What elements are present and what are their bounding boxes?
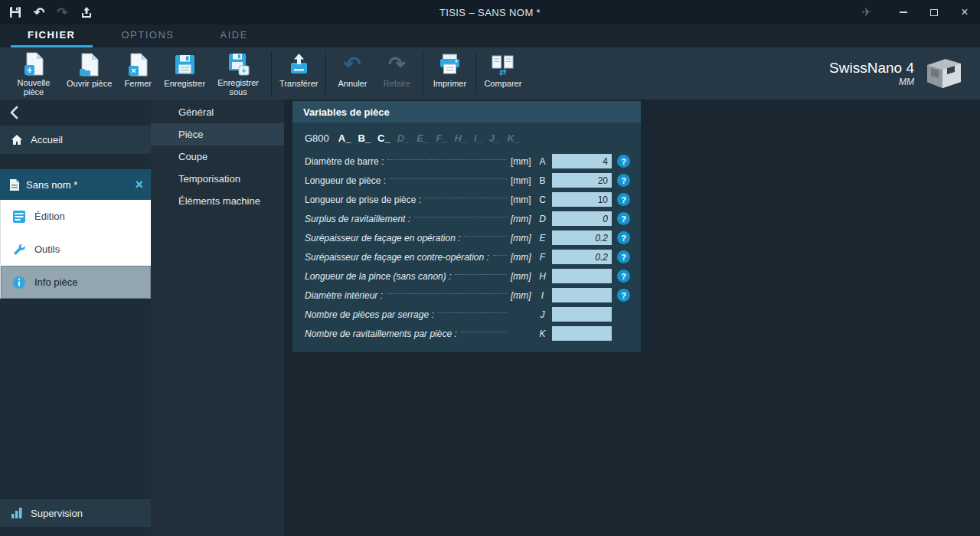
toolbar-transferer-button[interactable]: Transférer xyxy=(276,47,322,100)
comparer-icon: ⇄ xyxy=(491,51,514,77)
help-button-H[interactable]: ? xyxy=(617,270,630,283)
document-icon xyxy=(9,178,20,191)
transferer-icon xyxy=(289,51,309,77)
letter-toggle-B[interactable]: B_ xyxy=(358,132,371,144)
nav-item-elements-machine[interactable]: Éléments machine xyxy=(151,190,284,212)
document-close-icon[interactable]: × xyxy=(135,178,143,191)
dotted-leader xyxy=(464,236,507,237)
sidebar-item-accueil[interactable]: Accueil xyxy=(0,126,151,154)
sidebar-item-outils[interactable]: Outils xyxy=(1,233,151,266)
nav-item-coupe[interactable]: Coupe xyxy=(151,145,284,168)
variable-input-B[interactable] xyxy=(552,173,612,188)
variable-input-F[interactable] xyxy=(552,250,612,264)
variable-input-D[interactable] xyxy=(552,211,612,226)
maximize-button[interactable] xyxy=(919,0,949,25)
toolbar-enregistrer-button[interactable]: Enregistrer xyxy=(160,47,209,100)
airplane-icon: ✈ xyxy=(861,5,871,19)
letter-toggle-J[interactable]: J_ xyxy=(489,132,500,144)
variable-input-K[interactable] xyxy=(552,326,612,341)
letter-toggle-E[interactable]: E_ xyxy=(416,132,429,144)
toolbar-annuler-button[interactable]: ↶Annuler xyxy=(330,47,374,100)
machine-unit: MM xyxy=(899,77,914,87)
toolbar-separator xyxy=(271,52,272,95)
variable-unit: [mm] xyxy=(511,194,535,205)
home-icon xyxy=(11,134,23,145)
tools-icon xyxy=(12,243,26,257)
letter-toggle-I[interactable]: I_ xyxy=(474,132,482,144)
letter-toggle-C[interactable]: C_ xyxy=(377,132,390,144)
variable-input-E[interactable] xyxy=(552,230,612,245)
toolbar-separator xyxy=(475,52,476,95)
document-tab-label: Sans nom * xyxy=(26,179,77,191)
close-button[interactable]: × xyxy=(949,0,980,25)
variable-letter: K xyxy=(537,328,548,339)
document-tab[interactable]: Sans nom * × xyxy=(0,169,151,200)
nav-item-general[interactable]: Général xyxy=(151,101,284,123)
undo-icon[interactable]: ↶ xyxy=(34,6,44,19)
toolbar-enregistrer-sous-button[interactable]: +Enregistrer sous xyxy=(209,47,267,100)
back-button[interactable] xyxy=(0,100,151,126)
variable-input-I[interactable] xyxy=(552,288,612,302)
dotted-leader xyxy=(387,159,507,160)
help-button-E[interactable]: ? xyxy=(617,231,630,244)
ribbon-toolbar: +Nouvelle pièceOuvrir pièce×FermerEnregi… xyxy=(0,47,980,100)
titlebar: ↶ ↷ TISIS – SANS NOM * ✈ × xyxy=(0,0,980,25)
toolbar-comparer-button[interactable]: ⇄Comparer xyxy=(480,47,525,100)
sidebar-item-supervision[interactable]: Supervision xyxy=(0,499,151,527)
help-button-I[interactable]: ? xyxy=(617,289,630,302)
toolbar-refaire-button: ↷Refaire xyxy=(374,47,419,100)
toolbar-ouvrir-piece-button[interactable]: Ouvrir pièce xyxy=(63,47,116,100)
toolbar-nouvelle-piece-button[interactable]: +Nouvelle pièce xyxy=(5,47,63,100)
export-icon[interactable] xyxy=(80,6,93,18)
letter-toggle-A[interactable]: A_ xyxy=(338,132,351,144)
menu-options[interactable]: OPTIONS xyxy=(105,25,191,47)
variable-unit: [mm] xyxy=(511,175,535,186)
toolbar-imprimer-button[interactable]: Imprimer xyxy=(427,47,472,100)
toolbar-button-label: Fermer xyxy=(125,79,152,89)
nouvelle-piece-icon: + xyxy=(24,51,44,77)
refaire-icon: ↷ xyxy=(388,51,406,77)
help-button-C[interactable]: ? xyxy=(617,193,630,206)
minimize-button[interactable] xyxy=(888,0,919,25)
gcode-label: G800 xyxy=(305,132,329,144)
variable-letter: F xyxy=(537,252,548,263)
window-controls: ✈ × xyxy=(812,0,980,25)
menu-aide[interactable]: AIDE xyxy=(204,25,265,47)
letter-toggle-H[interactable]: H_ xyxy=(454,132,467,144)
toolbar-button-label: Nouvelle pièce xyxy=(8,78,59,97)
toolbar-button-label: Transférer xyxy=(279,79,318,89)
help-button-D[interactable]: ? xyxy=(617,212,630,225)
toolbar-separator xyxy=(325,52,326,95)
svg-text:×: × xyxy=(131,66,136,75)
help-button-F[interactable]: ? xyxy=(617,250,630,263)
variable-letter: J xyxy=(537,309,548,320)
dotted-leader xyxy=(455,274,507,275)
variable-label: Longueur de la pince (sans canon) : xyxy=(305,271,451,282)
toolbar-buttons: +Nouvelle pièceOuvrir pièce×FermerEnregi… xyxy=(5,47,525,100)
variable-input-A[interactable] xyxy=(552,154,612,168)
menu-fichier[interactable]: FICHIER xyxy=(11,25,93,47)
help-button-A[interactable]: ? xyxy=(617,155,630,168)
letter-toggle-K[interactable]: K_ xyxy=(507,132,520,144)
nav-item-temporisation[interactable]: Temporisation xyxy=(151,168,284,190)
variable-input-C[interactable] xyxy=(552,192,612,207)
variable-unit: [mm] xyxy=(511,156,535,167)
variable-input-J[interactable] xyxy=(552,307,612,322)
toolbar-fermer-button[interactable]: ×Fermer xyxy=(116,47,160,100)
variable-input-H[interactable] xyxy=(552,269,612,283)
document-panel: ÉditionOutilsInfo pièce xyxy=(0,200,151,299)
variable-label: Nombre de pièces par serrage : xyxy=(305,309,434,320)
toolbar-button-label: Refaire xyxy=(384,79,410,89)
letter-toggle-D[interactable]: D_ xyxy=(397,132,410,144)
variable-row-C: Longueur de prise de pièce :[mm]C? xyxy=(305,190,630,209)
svg-text:+: + xyxy=(241,66,246,74)
letter-toggle-F[interactable]: F_ xyxy=(436,132,447,144)
save-icon[interactable] xyxy=(9,6,21,18)
help-button-B[interactable]: ? xyxy=(617,174,630,187)
nav-item-piece[interactable]: Pièce xyxy=(151,123,284,145)
sidebar-item-info-piece[interactable]: Info pièce xyxy=(1,266,151,299)
sidebar-item-edition[interactable]: Édition xyxy=(1,200,151,233)
variables-panel-body: G800 A_B_C_D_E_F_H_I_J_K_ Diamètre de ba… xyxy=(292,123,641,352)
variable-letter: A xyxy=(537,156,548,167)
variable-unit: [mm] xyxy=(511,214,535,224)
